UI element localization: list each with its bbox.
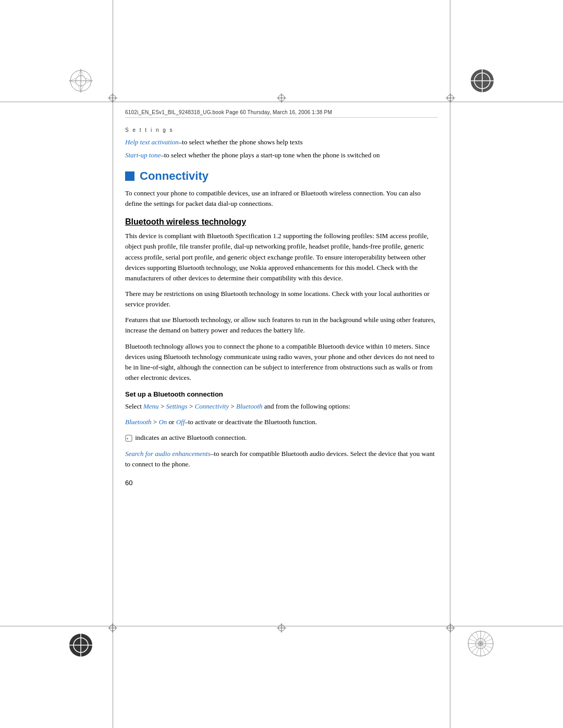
setup-instruction: Select Menu > Settings > Connectivity > … xyxy=(125,401,438,412)
content-area: 6102i_EN_ESv1_BIL_9248318_UG.book Page 6… xyxy=(125,109,438,619)
menu-link: Menu xyxy=(143,402,159,410)
connectivity-link: Connectivity xyxy=(194,402,229,410)
heading-square-icon xyxy=(125,171,134,181)
section-label: S e t t i n g s xyxy=(125,127,438,133)
startup-tone-desc: –to select whether the phone plays a sta… xyxy=(161,151,380,159)
bt-indicator-line: • indicates an active Bluetooth connecti… xyxy=(125,433,438,443)
connectivity-body: To connect your phone to compatible devi… xyxy=(125,188,438,209)
bluetooth-active-icon: • xyxy=(125,435,132,442)
reg-mark-bottom-right xyxy=(467,630,495,660)
bt-off-link: Off xyxy=(176,418,185,426)
setup-sep3: > xyxy=(229,402,236,410)
crosshair-top-right xyxy=(445,93,456,105)
connectivity-section-heading: Connectivity xyxy=(125,169,438,183)
svg-line-10 xyxy=(70,78,76,81)
setup-sep1: > xyxy=(159,402,166,410)
page-number: 60 xyxy=(125,479,438,487)
svg-line-9 xyxy=(81,86,83,91)
file-header: 6102i_EN_ESv1_BIL_9248318_UG.book Page 6… xyxy=(125,109,438,118)
crosshair-bottom-center xyxy=(276,623,287,635)
svg-line-8 xyxy=(78,86,81,91)
settings-link: Settings xyxy=(166,402,187,410)
reg-mark-bottom-left xyxy=(68,632,94,660)
setup-heading: Set up a Bluetooth connection xyxy=(125,390,438,398)
bt-or: or xyxy=(167,418,176,426)
svg-line-4 xyxy=(78,70,81,76)
svg-line-11 xyxy=(70,81,76,83)
help-text-activation-link: Help text activation xyxy=(125,138,179,146)
svg-line-5 xyxy=(81,70,83,76)
search-audio-line: Search for audio enhancements–to search … xyxy=(125,449,438,470)
setup-line-prefix: Select xyxy=(125,402,143,410)
help-text-activation-desc: –to select whether the phone shows help … xyxy=(179,138,303,146)
vertical-rule-right xyxy=(450,0,450,728)
page: 6102i_EN_ESv1_BIL_9248318_UG.book Page 6… xyxy=(0,0,563,728)
startup-tone-line: Start-up tone–to select whether the phon… xyxy=(125,150,438,161)
bt-option1-link: Bluetooth xyxy=(125,418,152,426)
reg-mark-top-right xyxy=(469,68,495,96)
bt-option1-desc: –to activate or deactivate the Bluetooth… xyxy=(185,418,317,426)
setup-suffix: and from the following options: xyxy=(263,402,351,410)
startup-tone-link: Start-up tone xyxy=(125,151,161,159)
svg-line-7 xyxy=(86,81,91,83)
crosshair-top-center xyxy=(276,93,287,105)
bluetooth-subheading: Bluetooth wireless technology xyxy=(125,217,438,227)
search-audio-link: Search for audio enhancements xyxy=(125,450,211,458)
bt-option1: Bluetooth > On or Off–to activate or dea… xyxy=(125,417,438,427)
help-text-activation-line: Help text activation–to select whether t… xyxy=(125,137,438,147)
crosshair-top-left xyxy=(107,93,118,105)
bluetooth-para2: There may be restrictions on using Bluet… xyxy=(125,289,438,310)
bluetooth-para1: This device is compliant with Bluetooth … xyxy=(125,231,438,283)
bt-on-link: On xyxy=(158,418,167,426)
bt-option1-sep1: > xyxy=(152,418,159,426)
bt-indicator-text: indicates an active Bluetooth connection… xyxy=(135,434,247,441)
svg-line-6 xyxy=(86,78,91,81)
vertical-rule-left xyxy=(113,0,113,728)
svg-text:•: • xyxy=(127,436,128,441)
crosshair-bottom-left xyxy=(107,623,118,635)
connectivity-heading-text: Connectivity xyxy=(140,169,209,183)
crosshair-bottom-right xyxy=(445,623,456,635)
bluetooth-link: Bluetooth xyxy=(236,402,263,410)
setup-sep2: > xyxy=(188,402,195,410)
bluetooth-para3: Features that use Bluetooth technology, … xyxy=(125,315,438,336)
bluetooth-para4: Bluetooth technology allows you to conne… xyxy=(125,341,438,384)
reg-mark-top-left xyxy=(68,68,94,96)
